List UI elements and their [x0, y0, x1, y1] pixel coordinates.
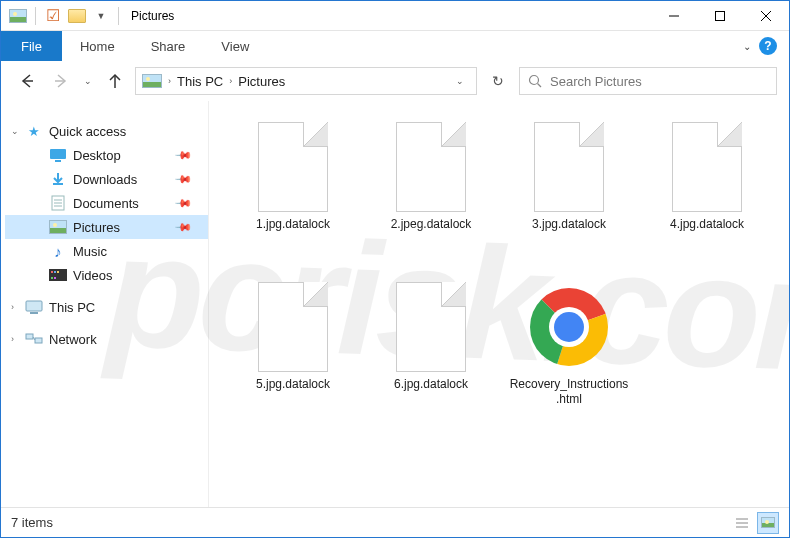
generic-file-icon	[258, 122, 328, 212]
search-icon	[528, 74, 542, 88]
breadcrumb-root[interactable]: This PC	[177, 74, 223, 89]
sidebar-this-pc[interactable]: › This PC	[5, 295, 208, 319]
up-button[interactable]	[101, 67, 129, 95]
svg-rect-25	[35, 338, 42, 343]
tab-share[interactable]: Share	[133, 31, 204, 61]
file-label: 4.jpg.datalock	[647, 217, 767, 232]
separator	[118, 7, 119, 25]
svg-rect-21	[54, 277, 56, 279]
refresh-button[interactable]: ↻	[483, 67, 513, 95]
sidebar-item-videos[interactable]: Videos	[5, 263, 208, 287]
file-item[interactable]: 2.jpeg.datalock	[367, 117, 495, 267]
help-icon[interactable]: ?	[759, 37, 777, 55]
navigation-bar: ⌄ › This PC › Pictures ⌄ ↻ Search Pictur…	[1, 61, 789, 101]
file-tab[interactable]: File	[1, 31, 62, 61]
search-placeholder: Search Pictures	[550, 74, 642, 89]
svg-rect-1	[716, 11, 725, 20]
forward-button[interactable]	[47, 67, 75, 95]
chevron-right-icon: ›	[229, 76, 232, 86]
back-button[interactable]	[13, 67, 41, 95]
file-label: 5.jpg.datalock	[233, 377, 353, 392]
file-item[interactable]: 4.jpg.datalock	[643, 117, 771, 267]
sidebar-item-label: Desktop	[73, 148, 121, 163]
separator	[35, 7, 36, 25]
view-large-icons-button[interactable]	[757, 512, 779, 534]
file-view[interactable]: pcrisk.com 1.jpg.datalock2.jpeg.datalock…	[209, 101, 789, 507]
navigation-pane: ⌄ ★ Quick access Desktop📌Downloads📌Docum…	[1, 101, 209, 507]
close-button[interactable]	[743, 1, 789, 31]
file-item[interactable]: 3.jpg.datalock	[505, 117, 633, 267]
sidebar-item-documents[interactable]: Documents📌	[5, 191, 208, 215]
svg-rect-24	[26, 334, 33, 339]
file-label: 1.jpg.datalock	[233, 217, 353, 232]
chevron-right-icon: ›	[168, 76, 171, 86]
status-bar: 7 items	[1, 507, 789, 537]
file-label: Recovery_Instructions.html	[509, 377, 629, 407]
sidebar-item-music[interactable]: ♪Music	[5, 239, 208, 263]
svg-line-8	[538, 84, 542, 88]
file-label: 2.jpeg.datalock	[371, 217, 491, 232]
pin-icon: 📌	[173, 145, 192, 164]
generic-file-icon	[258, 282, 328, 372]
view-details-button[interactable]	[731, 512, 753, 534]
sidebar-item-desktop[interactable]: Desktop📌	[5, 143, 208, 167]
status-item-count: 7 items	[11, 515, 53, 530]
generic-file-icon	[672, 122, 742, 212]
svg-rect-9	[50, 149, 66, 159]
expand-ribbon-icon[interactable]: ⌄	[743, 41, 751, 52]
generic-file-icon	[396, 122, 466, 212]
address-bar[interactable]: › This PC › Pictures ⌄	[135, 67, 477, 95]
file-label: 6.jpg.datalock	[371, 377, 491, 392]
breadcrumb-current[interactable]: Pictures	[238, 74, 285, 89]
sidebar-item-downloads[interactable]: Downloads📌	[5, 167, 208, 191]
generic-file-icon	[396, 282, 466, 372]
location-icon	[142, 74, 162, 88]
svg-rect-10	[55, 160, 61, 162]
file-item[interactable]: 1.jpg.datalock	[229, 117, 357, 267]
recent-locations-dropdown[interactable]: ⌄	[81, 67, 95, 95]
videos-icon	[49, 267, 67, 283]
sidebar-item-pictures[interactable]: Pictures📌	[5, 215, 208, 239]
file-item[interactable]: 5.jpg.datalock	[229, 277, 357, 427]
maximize-button[interactable]	[697, 1, 743, 31]
star-icon: ★	[25, 123, 43, 139]
svg-rect-18	[54, 271, 56, 273]
quick-access-toolbar: ☑ ▼	[7, 7, 123, 25]
file-item[interactable]: Recovery_Instructions.html	[505, 277, 633, 427]
network-icon	[25, 331, 43, 347]
desktop-icon	[49, 147, 67, 163]
address-dropdown-icon[interactable]: ⌄	[450, 76, 470, 86]
generic-file-icon	[534, 122, 604, 212]
titlebar: ☑ ▼ Pictures	[1, 1, 789, 31]
minimize-button[interactable]	[651, 1, 697, 31]
chrome-icon	[530, 288, 608, 366]
qat-properties-icon[interactable]: ☑	[44, 7, 62, 25]
pictures-icon	[49, 219, 67, 235]
file-label: 3.jpg.datalock	[509, 217, 629, 232]
tab-home[interactable]: Home	[62, 31, 133, 61]
qat-dropdown-icon[interactable]: ▼	[92, 7, 110, 25]
qat-newfolder-icon[interactable]	[68, 7, 86, 25]
sidebar-quick-access[interactable]: ⌄ ★ Quick access	[5, 119, 208, 143]
documents-icon	[49, 195, 67, 211]
sidebar-item-label: Documents	[73, 196, 139, 211]
svg-rect-23	[30, 312, 38, 314]
pin-icon: 📌	[173, 193, 192, 212]
sidebar-item-label: Downloads	[73, 172, 137, 187]
ribbon: File Home Share View ⌄ ?	[1, 31, 789, 61]
sidebar-item-label: Videos	[73, 268, 113, 283]
window-title: Pictures	[131, 9, 174, 23]
file-item[interactable]: 6.jpg.datalock	[367, 277, 495, 427]
downloads-icon	[49, 171, 67, 187]
search-input[interactable]: Search Pictures	[519, 67, 777, 95]
sidebar-network[interactable]: › Network	[5, 327, 208, 351]
sidebar-item-label: Music	[73, 244, 107, 259]
chevron-right-icon: ›	[11, 302, 14, 312]
pin-icon: 📌	[173, 169, 192, 188]
svg-rect-16	[49, 269, 67, 281]
tab-view[interactable]: View	[203, 31, 267, 61]
chevron-down-icon: ⌄	[11, 126, 19, 136]
app-icon	[9, 7, 27, 25]
svg-rect-22	[26, 301, 42, 311]
pin-icon: 📌	[173, 217, 192, 236]
